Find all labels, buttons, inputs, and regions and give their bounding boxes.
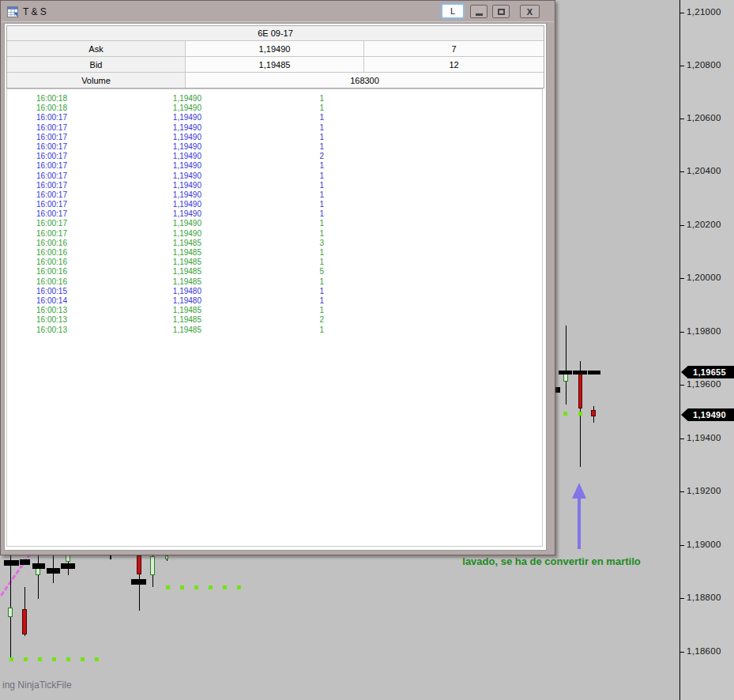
price-marker-tag: 1,19490 <box>681 408 734 421</box>
time-and-sales-list[interactable]: 16:00:181,19490116:00:181,19490116:00:17… <box>6 88 543 547</box>
ts-list-row[interactable]: 16:00:171,194901 <box>7 123 542 133</box>
axis-tick-label: 1,20800 <box>687 60 721 70</box>
ts-row-time: 16:00:17 <box>7 200 67 209</box>
ts-row-size: 1 <box>201 287 324 296</box>
ts-list-row[interactable]: 16:00:131,194851 <box>7 326 542 335</box>
axis-tick-label: 1,20400 <box>687 166 721 175</box>
indicator-dot <box>180 585 184 589</box>
ts-row-size: 1 <box>201 258 324 267</box>
ts-list-row[interactable]: 16:00:171,194901 <box>7 209 542 219</box>
ts-list-row[interactable]: 16:00:171,194901 <box>7 142 542 152</box>
window-titlebar[interactable]: T & S L X <box>2 2 554 22</box>
indicator-dot <box>578 412 582 416</box>
ts-row-size: 3 <box>201 239 324 248</box>
bid-row: Bid 1,19485 12 <box>7 57 544 73</box>
ts-row-price: 1,19490 <box>67 94 201 103</box>
ts-list-row[interactable]: 16:00:171,194902 <box>7 152 542 161</box>
candle-wick <box>38 554 39 599</box>
price-dash-marker <box>588 371 600 374</box>
ask-size: 7 <box>364 41 544 56</box>
ts-list-row[interactable]: 16:00:171,194901 <box>7 113 542 122</box>
ts-row-price: 1,19490 <box>67 103 201 113</box>
ts-row-time: 16:00:17 <box>7 219 67 228</box>
candle-body-up <box>8 608 13 617</box>
axis-tick <box>680 66 684 66</box>
axis-tick <box>680 225 684 226</box>
ts-list-row[interactable]: 16:00:151,194801 <box>7 287 542 296</box>
ts-list-row[interactable]: 16:00:171,194901 <box>7 190 542 200</box>
price-dash-marker <box>61 563 75 569</box>
ts-list-row[interactable]: 16:00:161,194851 <box>7 277 542 287</box>
axis-tick-label: 1,19400 <box>687 433 721 442</box>
ts-row-size: 1 <box>201 123 324 133</box>
time-and-sales-window[interactable]: T & S L X 6E 09-17 Ask 1,19490 7 Bid 1,1… <box>0 0 555 555</box>
axis-tick <box>680 491 684 492</box>
candle-wick <box>566 326 566 405</box>
ts-list-row[interactable]: 16:00:171,194901 <box>7 229 542 239</box>
axis-tick-label: 1,20200 <box>687 220 721 229</box>
ts-row-size: 1 <box>201 306 324 315</box>
price-dash-marker <box>573 371 587 374</box>
minimize-button[interactable] <box>470 5 487 18</box>
ts-row-time: 16:00:17 <box>7 123 67 133</box>
price-dash-marker <box>20 559 30 565</box>
ts-list-row[interactable]: 16:00:171,194901 <box>7 161 542 171</box>
axis-tick-label: 1,19800 <box>687 326 721 336</box>
trading-screen: 1,210001,208001,206001,204001,202001,200… <box>0 0 734 700</box>
ts-list-row[interactable]: 16:00:171,194901 <box>7 200 542 209</box>
candle-body-down <box>137 555 141 574</box>
ask-price: 1,19490 <box>186 41 364 56</box>
ts-list-row[interactable]: 16:00:161,194853 <box>7 239 542 248</box>
axis-tick <box>680 278 684 279</box>
price-dash-marker <box>47 568 60 574</box>
ts-row-price: 1,19490 <box>67 171 201 181</box>
maximize-button[interactable] <box>492 5 510 18</box>
app-grid-icon <box>7 6 18 17</box>
ts-row-time: 16:00:13 <box>7 306 67 315</box>
close-button[interactable]: X <box>520 5 540 18</box>
volume-row: Volume 168300 <box>7 73 544 88</box>
ts-row-price: 1,19490 <box>67 161 201 171</box>
ts-row-size: 1 <box>201 277 324 287</box>
ts-row-size: 1 <box>201 296 324 306</box>
axis-tick <box>680 171 684 172</box>
bid-size: 12 <box>364 57 544 72</box>
ts-list-row[interactable]: 16:00:131,194852 <box>7 315 542 325</box>
axis-tick-label: 1,20000 <box>687 273 721 282</box>
ts-list-row[interactable]: 16:00:161,194851 <box>7 258 542 267</box>
indicator-dot <box>223 585 227 589</box>
ts-row-price: 1,19485 <box>67 306 201 315</box>
ts-row-price: 1,19490 <box>67 113 201 122</box>
ts-row-time: 16:00:16 <box>7 239 67 248</box>
ts-list-row[interactable]: 16:00:171,194901 <box>7 133 542 142</box>
ts-row-price: 1,19490 <box>67 190 201 200</box>
ts-list-row[interactable]: 16:00:181,194901 <box>7 103 542 113</box>
ts-list-row[interactable]: 16:00:171,194901 <box>7 171 542 181</box>
ts-row-price: 1,19485 <box>67 239 201 248</box>
ts-list-row[interactable]: 16:00:161,194855 <box>7 267 542 277</box>
ts-row-time: 16:00:17 <box>7 181 67 190</box>
indicator-dot <box>9 657 13 661</box>
candle-body-down <box>22 609 27 634</box>
ts-list-row[interactable]: 16:00:161,194851 <box>7 248 542 258</box>
maximize-icon <box>498 9 505 15</box>
ts-list-row[interactable]: 16:00:171,194901 <box>7 219 542 228</box>
ts-row-price: 1,19480 <box>67 296 201 306</box>
axis-tick-label: 1,19600 <box>687 379 721 389</box>
ts-row-time: 16:00:17 <box>7 133 67 142</box>
axis-tick-label: 1,20600 <box>687 113 721 122</box>
axis-tick <box>680 545 684 546</box>
indicator-dot <box>209 585 213 589</box>
ts-list-row[interactable]: 16:00:131,194851 <box>7 306 542 315</box>
quote-table: 6E 09-17 Ask 1,19490 7 Bid 1,19485 12 Vo… <box>6 25 544 88</box>
link-button[interactable]: L <box>441 3 465 19</box>
ts-list-row[interactable]: 16:00:181,194901 <box>7 94 542 103</box>
price-dash-marker <box>559 371 572 374</box>
ts-list-row[interactable]: 16:00:141,194801 <box>7 296 542 306</box>
status-bar-text: ing NinjaTickFile <box>2 679 72 691</box>
ts-list-row[interactable]: 16:00:171,194901 <box>7 181 542 190</box>
up-arrow-icon <box>572 483 586 499</box>
price-axis-line <box>679 0 680 700</box>
indicator-dot <box>563 412 567 416</box>
price-marker-tag: 1,19655 <box>681 366 734 378</box>
